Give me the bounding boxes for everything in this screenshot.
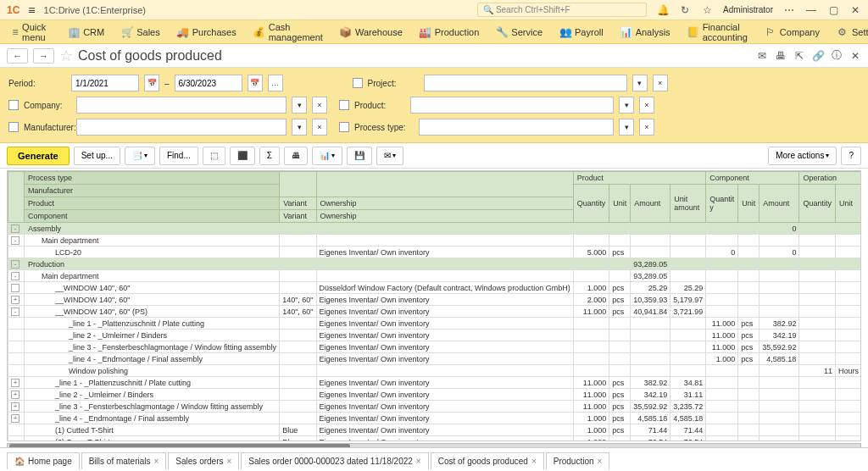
back-button[interactable]: ← — [7, 48, 28, 64]
table-row[interactable]: (2) Sewn T-ShirtBlueEigenes Inventar/ Ow… — [8, 436, 862, 442]
project-checkbox[interactable] — [353, 78, 363, 88]
print-button[interactable]: 🖶 — [284, 147, 308, 165]
expand-button[interactable]: ⬛ — [230, 147, 255, 165]
expand-icon[interactable]: - — [11, 308, 19, 316]
expand-icon[interactable]: - — [11, 272, 19, 280]
tab-salesorder-23[interactable]: Sales order 0000-000023 dated 11/18/2022… — [241, 452, 428, 469]
forward-button[interactable]: → — [33, 48, 54, 64]
col-product[interactable]: Product — [25, 197, 280, 210]
table-row[interactable]: _line 4 - _Endmontage / Final assemblyEi… — [8, 353, 862, 365]
maximize-icon[interactable]: ▢ — [827, 4, 839, 16]
menu-company[interactable]: 🏳Company — [758, 23, 826, 42]
date-from-input[interactable] — [71, 75, 139, 91]
tab-bom[interactable]: Bills of materials× — [81, 452, 167, 469]
variants-button[interactable]: 📑 — [125, 147, 155, 165]
manufacturer-input[interactable] — [76, 119, 287, 136]
info-icon[interactable]: ⓘ — [831, 50, 843, 62]
expand-icon[interactable]: - — [11, 260, 19, 269]
product-dropdown-icon[interactable]: ▾ — [619, 97, 634, 114]
menu-cash[interactable]: 💰Cash management — [247, 19, 330, 46]
options-icon[interactable]: ⋯ — [783, 4, 795, 16]
global-search-input[interactable]: 🔍 Search Ctrl+Shift+F — [477, 3, 647, 17]
col-product-group[interactable]: Product — [573, 172, 706, 185]
manufacturer-dropdown-icon[interactable]: ▾ — [292, 119, 307, 136]
sum-button[interactable]: Σ — [259, 147, 280, 165]
menu-quickmenu[interactable]: ≡Quick menu — [5, 19, 58, 46]
help-button[interactable]: ? — [841, 147, 861, 165]
col-process-type[interactable]: Process type — [25, 172, 280, 185]
history-icon[interactable]: ↻ — [679, 4, 691, 16]
expand-icon[interactable]: + — [11, 391, 19, 399]
link-icon[interactable]: 🔗 — [812, 50, 824, 62]
menu-warehouse[interactable]: 📦Warehouse — [333, 23, 409, 42]
table-row[interactable]: _line 2 - _Umleimer / BindersEigenes Inv… — [8, 330, 862, 341]
setup-button[interactable]: Set up... — [74, 147, 120, 165]
expand-icon[interactable]: + — [11, 414, 19, 423]
table-row[interactable]: +_line 1 - _Plattenzuschnitt / Plate cut… — [8, 377, 862, 389]
save-button[interactable]: 💾 — [347, 147, 372, 165]
star-icon[interactable]: ☆ — [701, 4, 713, 16]
menu-financial[interactable]: 📒Financial accounting — [681, 19, 754, 46]
collapse-button[interactable]: ⬚ — [203, 147, 225, 165]
table-row[interactable]: -Main department93,289.0592,939.05 — [8, 270, 862, 282]
project-clear-icon[interactable]: × — [653, 75, 668, 91]
table-row[interactable]: LCD-20Eigenes Inventar/ Own inventory5.0… — [8, 247, 862, 258]
project-input[interactable] — [424, 75, 627, 91]
menu-sales[interactable]: 🛒Sales — [114, 23, 167, 42]
tab-cogs[interactable]: Cost of goods produced× — [431, 452, 544, 469]
tab-production[interactable]: Production× — [546, 452, 610, 469]
processtype-clear-icon[interactable]: × — [639, 119, 654, 136]
expand-icon[interactable] — [11, 284, 19, 292]
product-checkbox[interactable] — [339, 100, 349, 110]
user-label[interactable]: Administrator — [723, 5, 773, 14]
tab-home[interactable]: 🏠 Home page — [7, 452, 80, 469]
menu-settings[interactable]: ⚙Settin — [830, 23, 868, 42]
table-row[interactable]: +__WINDOW 140", 60"140", 60"Eigenes Inve… — [8, 294, 862, 306]
email-button[interactable]: ✉ — [376, 147, 403, 165]
company-input[interactable] — [76, 97, 287, 114]
table-row[interactable]: -Main department — [8, 235, 862, 247]
company-checkbox[interactable] — [8, 100, 19, 110]
manufacturer-checkbox[interactable] — [8, 122, 19, 132]
col-component[interactable]: Component — [25, 210, 280, 223]
expand-icon[interactable]: + — [11, 402, 19, 411]
manufacturer-clear-icon[interactable]: × — [312, 119, 327, 136]
period-picker-button[interactable]: … — [268, 75, 283, 91]
table-row[interactable]: _line 1 - _Plattenzuschnitt / Plate cutt… — [8, 318, 862, 330]
col-component-group[interactable]: Component — [706, 172, 799, 185]
chart-button[interactable]: 📊 — [312, 147, 342, 165]
table-row[interactable]: __WINDOW 140", 60"Düsseldorf Window Fact… — [8, 282, 862, 294]
project-dropdown-icon[interactable]: ▾ — [632, 75, 648, 91]
product-clear-icon[interactable]: × — [639, 97, 654, 114]
table-row[interactable]: +_line 3 - _Fensterbeschlagmontage / Win… — [8, 401, 862, 413]
company-dropdown-icon[interactable]: ▾ — [292, 97, 307, 114]
menu-crm[interactable]: 🏢CRM — [61, 23, 111, 42]
more-actions-button[interactable]: More actions — [768, 147, 837, 165]
favorite-icon[interactable]: ☆ — [59, 47, 73, 65]
close-icon[interactable]: × — [227, 457, 232, 466]
menu-payroll[interactable]: 👥Payroll — [553, 23, 610, 42]
menu-service[interactable]: 🔧Service — [489, 23, 549, 42]
processtype-input[interactable] — [419, 119, 614, 136]
table-row[interactable]: -__WINDOW 140", 60" (PS)140", 60"Eigenes… — [8, 306, 862, 318]
date-to-input[interactable] — [175, 75, 242, 91]
menu-purchases[interactable]: 🚚Purchases — [170, 23, 243, 42]
col-operation-group[interactable]: Operation — [799, 172, 861, 185]
menu-analysis[interactable]: 📊Analysis — [614, 23, 677, 42]
expand-icon[interactable]: + — [11, 296, 19, 304]
table-row[interactable]: (1) Cutted T-ShirtBlueEigenes Inventar/ … — [8, 424, 862, 436]
expand-icon[interactable]: - — [11, 236, 19, 245]
expand-icon[interactable]: - — [11, 224, 19, 233]
tab-salesorders[interactable]: Sales orders× — [168, 452, 239, 469]
close-icon[interactable]: × — [531, 457, 537, 466]
close-icon[interactable]: ✕ — [849, 4, 861, 16]
table-row[interactable]: _line 3 - _Fensterbeschlagmontage / Wind… — [8, 341, 862, 353]
processtype-dropdown-icon[interactable]: ▾ — [619, 119, 634, 136]
company-clear-icon[interactable]: × — [312, 97, 327, 114]
expand-icon[interactable]: + — [11, 379, 19, 387]
tab-close-icon[interactable]: ✕ — [849, 50, 861, 62]
minimize-icon[interactable]: — — [805, 4, 817, 16]
table-row[interactable]: -Production93,289.0592,939.05 — [8, 258, 862, 270]
bell-icon[interactable]: 🔔 — [657, 4, 669, 16]
table-row[interactable]: Window polishing11Hours38.63 — [8, 365, 862, 377]
